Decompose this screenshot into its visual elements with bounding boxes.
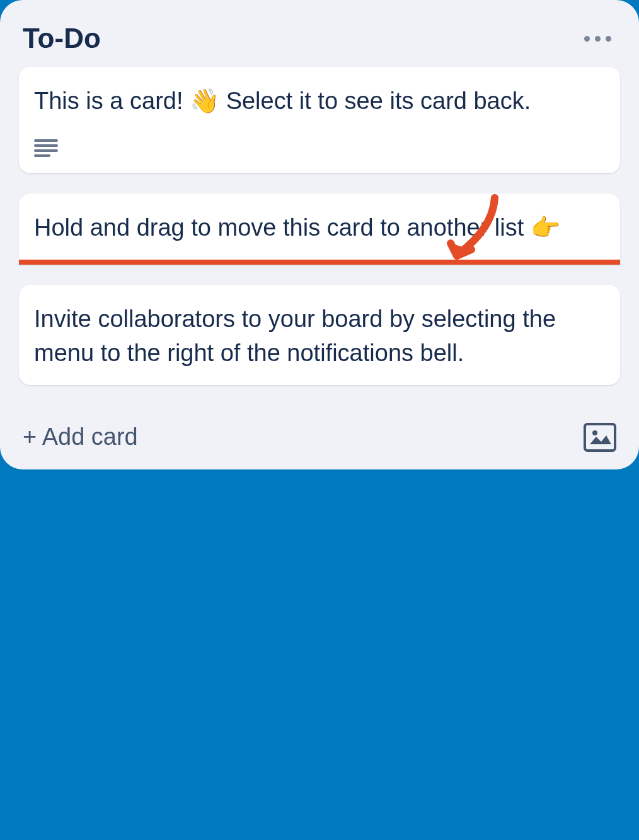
dot-icon [584,36,590,42]
card-text: Hold and drag to move this card to anoth… [34,211,605,245]
more-options-icon[interactable] [579,31,616,47]
cards-area: This is a card! 👋 Select it to see its c… [0,67,639,385]
card-text: This is a card! 👋 Select it to see its c… [34,84,605,118]
list-container: To-Do This is a card! 👋 Select it to see… [0,0,639,469]
card[interactable]: Invite collaborators to your board by se… [19,285,620,384]
card-text: Invite collaborators to your board by se… [34,302,605,369]
svg-point-0 [592,430,597,435]
add-card-button[interactable]: + Add card [23,423,138,451]
card[interactable]: Hold and drag to move this card to anoth… [19,193,620,265]
card-template-icon[interactable] [584,423,616,452]
list-header: To-Do [0,0,639,67]
dot-icon [595,36,601,42]
card[interactable]: This is a card! 👋 Select it to see its c… [19,67,620,173]
description-icon [34,138,58,158]
dot-icon [606,36,611,42]
list-title[interactable]: To-Do [23,23,101,54]
list-footer: + Add card [0,405,639,464]
